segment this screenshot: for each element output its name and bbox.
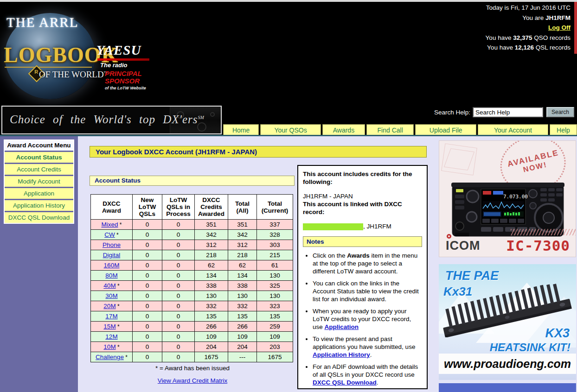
value-cell: 0 xyxy=(133,250,162,260)
qsl-suffix: QSL records xyxy=(534,44,571,51)
note-bold-text: Awards xyxy=(347,252,370,259)
value-cell: 1675 xyxy=(257,352,293,362)
table-row-160m: 160M00626261 xyxy=(91,260,293,271)
award-link-10m[interactable]: 10M xyxy=(103,343,115,350)
award-link-12m[interactable]: 12M xyxy=(105,333,117,340)
of-the-world-label: OF THE WORLD xyxy=(39,70,104,79)
linked-record-callsign: , JH1RFM xyxy=(363,223,391,230)
table-row-17m: 17M00135135135 xyxy=(91,311,293,322)
award-issued-star: * xyxy=(116,303,120,310)
search-button[interactable]: Search xyxy=(546,107,574,117)
note-item-4: To view the present and past application… xyxy=(313,335,422,359)
value-cell: 337 xyxy=(257,220,293,230)
value-cell: 135 xyxy=(195,311,228,322)
value-cell: 312 xyxy=(195,240,228,250)
yaesu-wordmark: YAESU xyxy=(96,43,152,58)
sidebar-item-application-history[interactable]: Application History xyxy=(5,200,73,211)
award-link-challenge[interactable]: Challenge xyxy=(96,354,124,360)
sidebar-item-account-status[interactable]: Account Status xyxy=(5,152,73,163)
value-cell: 332 xyxy=(195,301,228,311)
arrl-diamond-letter: R xyxy=(34,69,38,75)
blueprint-sketch-decoration xyxy=(441,143,477,175)
icom-ic7300-ad[interactable]: AVAILABLE NOW! 7.073.00 xyxy=(439,140,576,257)
column-header: Total (Current) xyxy=(257,195,293,220)
value-cell: 203 xyxy=(257,342,293,352)
value-cell: 0 xyxy=(162,342,195,352)
sidebar-item-application[interactable]: Application xyxy=(5,188,73,199)
award-link-80m[interactable]: 80M xyxy=(105,272,117,279)
application-link[interactable]: Application xyxy=(325,323,359,330)
award-account-menu-items: Account StatusAccount CreditsModify Acco… xyxy=(5,152,73,223)
yaesu-tagline: The radio xyxy=(100,62,152,69)
award-account-menu: Award Account Menu Account StatusAccount… xyxy=(4,139,74,224)
award-link-30m[interactable]: 30M xyxy=(105,292,117,299)
value-cell: 134 xyxy=(228,271,257,281)
award-link-17m[interactable]: 17M xyxy=(105,313,117,320)
view-award-credit-matrix-link[interactable]: View Award Credit Matrix xyxy=(158,377,227,384)
award-link-20m[interactable]: 20M xyxy=(103,303,115,310)
qsl-prefix: You have xyxy=(487,44,515,51)
value-cell: 130 xyxy=(257,291,293,301)
sponsor-line2: SPONSOR xyxy=(105,77,140,85)
yaesu-red-bar xyxy=(97,58,149,61)
table-row-30m: 30M00130130130 xyxy=(91,291,293,301)
pae-heatsink-ad[interactable]: THE PAE Kx31 xyxy=(439,264,576,380)
sidebar-item-modify-account[interactable]: Modify Account xyxy=(5,176,73,187)
award-link-160m[interactable]: 160M xyxy=(104,262,120,269)
servicemark-symbol: SM xyxy=(198,115,204,120)
search-help-input[interactable] xyxy=(473,107,543,117)
award-cell: 40M * xyxy=(91,281,133,291)
table-row-80m: 80M00134134130 xyxy=(91,271,293,281)
value-cell: 62 xyxy=(228,260,257,271)
award-link-cw[interactable]: CW xyxy=(104,231,115,238)
table-row-15m: 15M *00266266259 xyxy=(91,322,293,332)
table-row-10m: 10M *00204204203 xyxy=(91,342,293,352)
dxcc-qsl-download-link[interactable]: DXCC QSL Download xyxy=(313,379,377,386)
value-cell: 0 xyxy=(162,250,195,260)
value-cell: 0 xyxy=(133,291,162,301)
award-link-40m[interactable]: 40M xyxy=(103,282,115,289)
column-header: DXCC Award xyxy=(91,195,133,220)
log-off-link[interactable]: Log Off xyxy=(548,24,571,31)
table-row-challenge: Challenge *001675---1675 xyxy=(91,352,293,362)
qso-prefix: You have xyxy=(486,34,513,41)
value-cell: 0 xyxy=(162,220,195,230)
award-account-menu-title: Award Account Menu xyxy=(5,140,73,151)
linked-record-row: , JH1RFM xyxy=(303,222,422,230)
award-link-phone[interactable]: Phone xyxy=(103,241,121,248)
sidebar: Award Account Menu Account StatusAccount… xyxy=(0,136,78,392)
logo-gold-rule xyxy=(5,67,92,68)
application-history-link[interactable]: Application History xyxy=(313,351,370,358)
award-link-15m[interactable]: 15M xyxy=(103,323,115,330)
award-link-mixed[interactable]: Mixed xyxy=(101,221,118,228)
table-row-40m: 40M *00338338325 xyxy=(91,281,293,291)
account-info-panel: This account includes credits for the fo… xyxy=(297,165,428,389)
sidebar-item-account-credits[interactable]: Account Credits xyxy=(5,164,73,175)
award-link-digital[interactable]: Digital xyxy=(103,252,121,259)
qsl-count: 12,126 xyxy=(515,44,534,51)
value-cell: 130 xyxy=(195,291,228,301)
value-cell: 0 xyxy=(162,281,195,291)
value-cell: 0 xyxy=(162,301,195,311)
icom-ring-icon xyxy=(447,234,451,239)
qsl-count-line: You have 12,126 QSL records xyxy=(486,43,571,53)
table-header-row: DXCC AwardNew LoTW QSLsLoTW QSLs in Proc… xyxy=(91,195,293,220)
value-cell: 323 xyxy=(257,301,293,311)
value-cell: 0 xyxy=(162,291,195,301)
value-cell: 0 xyxy=(133,322,162,332)
value-cell: 0 xyxy=(162,322,195,332)
value-cell: 62 xyxy=(195,260,228,271)
value-cell: 1675 xyxy=(195,352,228,362)
value-cell: 61 xyxy=(257,260,293,271)
ic7300-model-text: IC-7300 xyxy=(506,237,570,254)
award-cell: Digital xyxy=(91,250,133,260)
value-cell: 0 xyxy=(162,311,195,322)
note-item-2: You can click on the links in the Accoun… xyxy=(313,279,422,303)
award-issued-star: * xyxy=(115,232,119,238)
value-cell: 303 xyxy=(257,240,293,250)
table-row-cw: CW *00342342328 xyxy=(91,230,293,240)
table-row-mixed: Mixed *00351351337 xyxy=(91,220,293,230)
sidebar-item-dxcc-qsl-download[interactable]: DXCC QSL Download xyxy=(5,212,73,223)
value-cell: 259 xyxy=(257,322,293,332)
value-cell: 0 xyxy=(133,271,162,281)
